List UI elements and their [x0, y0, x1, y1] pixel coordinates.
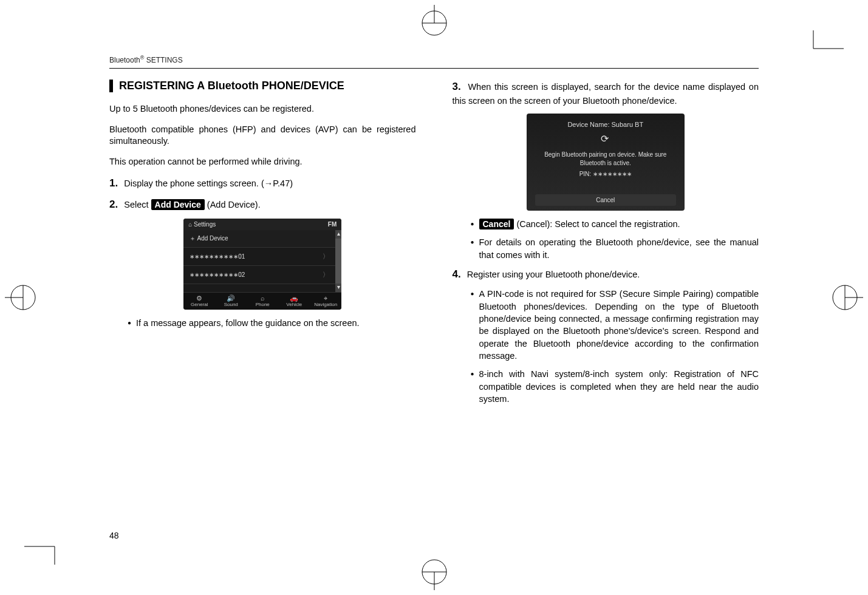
step-3-cancel-text: (Cancel): Select to cancel the registrat…	[514, 219, 680, 229]
crop-mark-bottom	[416, 554, 453, 590]
step-4-bullet-1: A PIN-code is not required for SSP (Secu…	[471, 288, 759, 362]
step-2-note: If a message appears, follow the guidanc…	[128, 317, 416, 329]
step-3: 3. When this screen is displayed, search…	[453, 80, 759, 107]
pairing-cancel-button: Cancel	[535, 194, 676, 206]
add-device-chip: Add Device	[151, 199, 205, 210]
step-1-num: 1.	[109, 177, 118, 189]
tab-general: ⚙General	[183, 292, 215, 310]
pairing-screenshot: Device Name: Subaru BT ⟳ Begin Bluetooth…	[527, 114, 685, 211]
speaker-icon: 🔊	[215, 295, 247, 302]
page-number: 48	[109, 531, 119, 540]
step-4-num: 4.	[453, 268, 461, 280]
home-icon: ⌂ Settings	[188, 221, 216, 228]
step-1-text: Display the phone settings screen. (→P.4…	[124, 178, 293, 188]
device-row-1: ∗∗∗∗∗∗∗∗∗∗01〉	[183, 248, 335, 266]
intro-1: Up to 5 Bluetooth phones/devices can be …	[109, 103, 416, 115]
header-rule	[109, 68, 759, 69]
intro-2: Bluetooth compatible phones (HFP) and de…	[109, 124, 416, 148]
pairing-pin: PIN: ∗∗∗∗∗∗∗∗	[579, 170, 632, 178]
settings-screenshot: ⌂ Settings FM ＋ Add Device ∗∗∗∗∗∗∗∗∗∗01〉…	[183, 219, 341, 310]
step-2-suffix: (Add Device).	[207, 200, 261, 209]
step-1: 1. Display the phone settings screen. (→…	[109, 176, 416, 191]
chevron-right-icon: 〉	[323, 252, 329, 261]
step-4-bullet-2: 8-inch with Navi system/8-inch system on…	[471, 368, 759, 405]
step-2-num: 2.	[109, 199, 118, 210]
step-4-text: Register using your Bluetooth phone/devi…	[467, 270, 640, 279]
step-2: 2. Select Add Device (Add Device).	[109, 197, 416, 212]
cancel-chip: Cancel	[479, 219, 514, 229]
section-title: REGISTERING A Bluetooth PHONE/DEVICE	[109, 80, 416, 92]
step-3-cancel: Cancel (Cancel): Select to cancel the re…	[471, 218, 759, 231]
crop-mark-top	[416, 5, 453, 41]
step-4: 4. Register using your Bluetooth phone/d…	[453, 267, 759, 282]
tab-sound: 🔊Sound	[215, 292, 247, 310]
pairing-msg-2: Bluetooth is active.	[580, 159, 631, 168]
crop-mark-left	[5, 279, 41, 316]
phone-icon: ⌕	[247, 295, 278, 302]
intro-3: This operation cannot be performed while…	[109, 156, 416, 168]
step-3-text: When this screen is displayed, search fo…	[453, 82, 759, 106]
crop-corner-br	[795, 30, 844, 79]
settings-title: Settings	[194, 221, 216, 228]
pairing-device-name: Device Name: Subaru BT	[567, 121, 643, 128]
pairing-msg-1: Begin Bluetooth pairing on device. Make …	[544, 151, 666, 159]
tab-navigation: ⌖Navigation	[310, 292, 341, 310]
car-icon: 🚗	[278, 295, 310, 302]
device-row-2: ∗∗∗∗∗∗∗∗∗∗02〉	[183, 266, 335, 284]
tab-vehicle: 🚗Vehicle	[278, 292, 310, 310]
scrollbar: ▴ ▾	[335, 230, 341, 292]
nav-icon: ⌖	[310, 295, 341, 302]
left-column: REGISTERING A Bluetooth PHONE/DEVICE Up …	[109, 80, 416, 411]
crop-mark-right	[827, 279, 863, 316]
right-column: 3. When this screen is displayed, search…	[453, 80, 759, 411]
fm-badge: FM	[328, 221, 337, 228]
gear-icon: ⚙	[183, 295, 215, 302]
step-3-num: 3.	[453, 81, 461, 92]
crop-corner-bl	[24, 516, 73, 565]
tab-phone: ⌕Phone	[247, 292, 278, 310]
chevron-right-icon: 〉	[323, 270, 329, 279]
step-2-prefix: Select	[124, 200, 151, 209]
running-header: Bluetooth® SETTINGS	[109, 55, 759, 64]
step-3-detail: For details on operating the Bluetooth p…	[471, 236, 759, 261]
add-device-row: ＋ Add Device	[183, 230, 335, 248]
spinner-icon: ⟳	[601, 133, 610, 144]
